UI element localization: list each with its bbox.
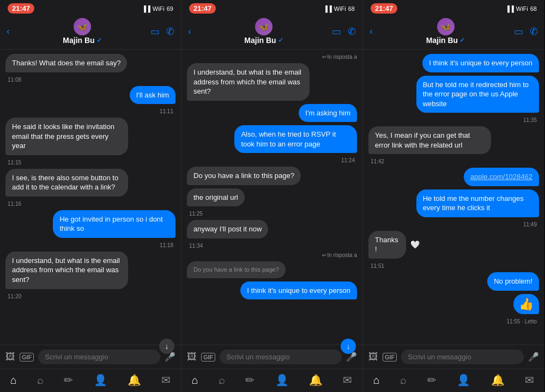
heart-reaction: 🤍 [410, 240, 420, 249]
compose-nav-icon-3[interactable]: ✏ [427, 373, 437, 387]
bubble-outgoing: I think it's unique to every person [240, 281, 357, 300]
timestamp: 11:24 [189, 157, 355, 163]
contacts-nav-icon[interactable]: 👤 [94, 373, 107, 387]
phone-icon-3[interactable]: ✆ [530, 26, 538, 38]
table-row: I see, is there also some button to add … [5, 169, 175, 197]
bottom-nav-2: ⌂ ⌕ ✏ 👤 🔔 ✉ [181, 369, 362, 392]
bubble-outgoing: I'm asking him [299, 104, 357, 122]
status-time-3: 21:47 [371, 3, 397, 14]
bubble-outgoing: Also, when he tried to RSVP it took him … [234, 125, 357, 153]
message-input-1[interactable] [38, 350, 160, 364]
home-nav-icon-3[interactable]: ⌂ [373, 374, 380, 387]
notifications-nav-icon-2[interactable]: 🔔 [309, 373, 323, 387]
table-row: I think it's unique to every person [368, 54, 539, 72]
bubble-outgoing: I'll ask him [130, 86, 175, 105]
notifications-nav-icon[interactable]: 🔔 [128, 373, 141, 387]
timestamp: 11:25 [189, 211, 355, 217]
contacts-nav-icon-2[interactable]: 👤 [275, 373, 289, 387]
signal-icon: ▐▐ [142, 5, 150, 12]
header-name-1: Majin Bu ✓ [63, 36, 101, 45]
timestamp: 11:20 [8, 293, 173, 299]
avatar-2: 🦋 [255, 18, 272, 35]
bubble-incoming: anyway I'll post it now [187, 220, 268, 238]
bubble-incoming-reply-preview: Do you have a link to this page? [187, 261, 286, 278]
notifications-nav-icon-3[interactable]: 🔔 [491, 373, 505, 387]
image-icon-3[interactable]: 🖼 [368, 351, 378, 363]
battery-icon-3: 68 [530, 5, 537, 12]
avatar-1: 🦋 [74, 18, 91, 35]
back-button-2[interactable]: ‹ [188, 26, 191, 37]
search-nav-icon-2[interactable]: ⌕ [219, 374, 225, 387]
timestamp: 11:55 · Letto [371, 318, 537, 324]
table-row: 👍 [368, 294, 539, 315]
timestamp: 11:16 [8, 201, 173, 207]
home-nav-icon-2[interactable]: ⌂ [192, 374, 198, 387]
verified-badge-1: ✓ [96, 36, 102, 44]
image-icon-1[interactable]: 🖼 [5, 351, 15, 363]
bottom-nav-1: ⌂ ⌕ ✏ 👤 🔔 ✉ [0, 369, 181, 392]
status-icons-2: ▐▐ WiFi 68 [323, 5, 355, 12]
table-row: No problem! [368, 272, 539, 291]
compose-nav-icon-2[interactable]: ✏ [245, 373, 255, 387]
table-row: But he told me it redirected him to the … [368, 76, 539, 113]
timestamp: 11:18 [8, 242, 173, 248]
table-row: Thanks! 🤍 [368, 231, 539, 259]
bubble-outgoing: No problem! [487, 272, 539, 291]
back-button-1[interactable]: ‹ [7, 26, 10, 37]
status-bar-3: 21:47 ▐▐ WiFi 68 [363, 0, 544, 15]
video-icon-3[interactable]: ▭ [514, 26, 523, 38]
mail-nav-icon-3[interactable]: ✉ [525, 373, 534, 387]
bubble-incoming: I see, is there also some button to add … [5, 169, 128, 197]
verified-badge-2: ✓ [278, 36, 283, 44]
gif-icon-3[interactable]: GIF [383, 353, 397, 362]
signal-icon-3: ▐▐ [505, 5, 514, 12]
timestamp: 11:11 [8, 108, 173, 114]
search-nav-icon-3[interactable]: ⌕ [400, 374, 407, 387]
header-center-2: 🦋 Majin Bu ✓ [196, 18, 332, 45]
table-row: Thanks! What does the email say? [5, 54, 175, 72]
table-row: Do you have a link to this page? [187, 167, 357, 185]
header-center-3: 🦋 Majin Bu ✓ [377, 18, 514, 45]
home-nav-icon[interactable]: ⌂ [10, 374, 17, 387]
table-row: Do you have a link to this page? [187, 261, 357, 278]
message-input-2[interactable] [220, 350, 342, 364]
search-nav-icon[interactable]: ⌕ [37, 374, 44, 387]
scroll-down-button-2[interactable]: ↓ [341, 339, 356, 345]
timestamp: 11:49 [371, 222, 537, 228]
mail-nav-icon[interactable]: ✉ [161, 373, 171, 387]
bubble-incoming: Do you have a link to this page? [187, 167, 301, 185]
bubble-incoming: the original url [187, 188, 245, 207]
status-time-1: 21:47 [8, 3, 34, 14]
mail-nav-icon-2[interactable]: ✉ [343, 373, 352, 387]
timestamp: 11:35 [371, 117, 537, 123]
gif-icon-1[interactable]: GIF [20, 353, 34, 362]
phone-icon-2[interactable]: ✆ [348, 26, 356, 38]
header-actions-3: ▭ ✆ [514, 26, 538, 38]
message-input-3[interactable] [401, 350, 524, 364]
bubble-link[interactable]: apple.com/1028462 [464, 168, 539, 186]
back-button-3[interactable]: ‹ [370, 26, 373, 37]
gif-icon-2[interactable]: GIF [201, 353, 215, 362]
bubble-incoming: Thanks! [368, 231, 406, 259]
table-row: I'm asking him [187, 104, 357, 122]
scroll-down-button-1[interactable]: ↓ [159, 339, 174, 345]
contacts-nav-icon-3[interactable]: 👤 [457, 373, 470, 387]
input-bar-3: 🖼 GIF 🎤 [363, 345, 544, 369]
contact-name-3: Majin Bu [426, 36, 458, 45]
status-bar-1: 21:47 ▐▐ WiFi 69 [0, 0, 181, 15]
phone-icon-1[interactable]: ✆ [166, 26, 174, 38]
messages-area-1: Thanks! What does the email say? 11:08 I… [0, 50, 181, 345]
wifi-icon-2: WiFi [334, 5, 346, 12]
messages-area-3: I think it's unique to every person But … [363, 50, 544, 345]
table-row: He said it looks like the invitation ema… [5, 118, 175, 155]
messages-area-2: In risposta a I understand, but what is … [181, 50, 362, 345]
video-icon-1[interactable]: ▭ [150, 26, 160, 38]
table-row: Yes, I mean if you can get that error li… [368, 126, 539, 154]
audio-icon-3[interactable]: 🎤 [528, 352, 539, 362]
bubble-emoji: 👍 [513, 294, 539, 315]
image-icon-2[interactable]: 🖼 [187, 351, 197, 363]
input-bar-2: 🖼 GIF 🎤 [181, 345, 362, 369]
video-icon-2[interactable]: ▭ [332, 26, 341, 38]
wifi-icon-3: WiFi [516, 5, 528, 12]
compose-nav-icon[interactable]: ✏ [64, 373, 73, 387]
